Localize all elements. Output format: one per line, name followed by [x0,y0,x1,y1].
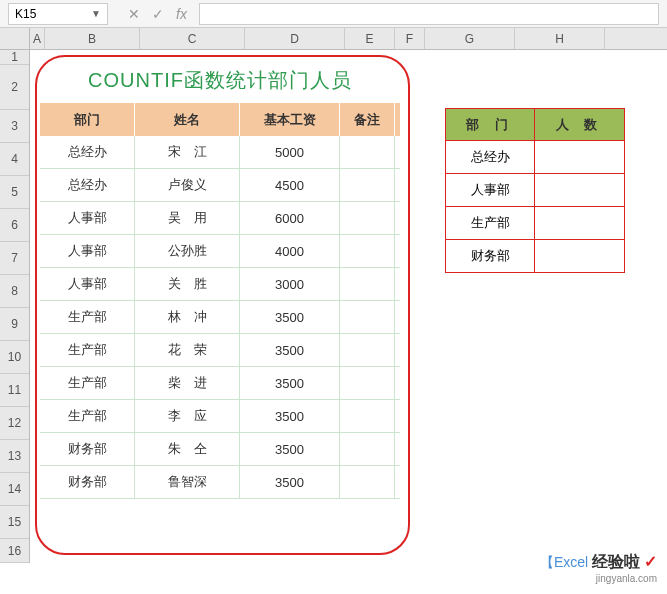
fx-icon[interactable]: fx [176,6,187,22]
cell-note[interactable] [340,136,395,168]
cell-name[interactable]: 林 冲 [135,301,240,333]
row-header-11[interactable]: 11 [0,374,29,407]
cell-dept[interactable]: 财务部 [40,466,135,498]
side-cell-count[interactable] [535,207,625,240]
side-cell-dept[interactable]: 人事部 [445,174,535,207]
cell-salary[interactable]: 3500 [240,400,340,432]
col-header-A[interactable]: A [30,28,45,49]
col-header-E[interactable]: E [345,28,395,49]
cell-note[interactable] [340,202,395,234]
col-header-B[interactable]: B [45,28,140,49]
table-row[interactable]: 财务部鲁智深3500 [40,466,400,499]
row-header-7[interactable]: 7 [0,242,29,275]
col-header-C[interactable]: C [140,28,245,49]
row-header-5[interactable]: 5 [0,176,29,209]
cell-name[interactable]: 鲁智深 [135,466,240,498]
cell-salary[interactable]: 4500 [240,169,340,201]
cell-salary[interactable]: 5000 [240,136,340,168]
cell-dept[interactable]: 人事部 [40,268,135,300]
row-header-12[interactable]: 12 [0,407,29,440]
cell-note[interactable] [340,334,395,366]
row-header-10[interactable]: 10 [0,341,29,374]
cell-note[interactable] [340,433,395,465]
col-header-H[interactable]: H [515,28,605,49]
table-row[interactable]: 总经办宋 江5000 [40,136,400,169]
row-header-13[interactable]: 13 [0,440,29,473]
cell-note[interactable] [340,235,395,267]
cell-dept[interactable]: 生产部 [40,400,135,432]
cell-dept[interactable]: 总经办 [40,136,135,168]
col-header-G[interactable]: G [425,28,515,49]
side-cell-count[interactable] [535,141,625,174]
cell-name[interactable]: 吴 用 [135,202,240,234]
cell-note[interactable] [340,169,395,201]
cell-name[interactable]: 李 应 [135,400,240,432]
row-header-2[interactable]: 2 [0,65,29,110]
table-row[interactable]: 生产部花 荣3500 [40,334,400,367]
cell-name[interactable]: 柴 进 [135,367,240,399]
cell-dept[interactable]: 生产部 [40,301,135,333]
cell-name[interactable]: 朱 仝 [135,433,240,465]
table-row[interactable]: 总经办卢俊义4500 [40,169,400,202]
cell-note[interactable] [340,367,395,399]
side-table-row[interactable]: 人事部 [445,174,625,207]
row-header-16[interactable]: 16 [0,539,29,563]
table-row[interactable]: 生产部李 应3500 [40,400,400,433]
cell-name[interactable]: 公孙胜 [135,235,240,267]
side-cell-count[interactable] [535,240,625,273]
cell-dept[interactable]: 生产部 [40,367,135,399]
cancel-icon[interactable]: ✕ [128,6,140,22]
table-row[interactable]: 人事部吴 用6000 [40,202,400,235]
cell-note[interactable] [340,301,395,333]
cell-salary[interactable]: 3000 [240,268,340,300]
cell-name[interactable]: 卢俊义 [135,169,240,201]
cell-dept[interactable]: 人事部 [40,202,135,234]
table-row[interactable]: 生产部林 冲3500 [40,301,400,334]
confirm-icon[interactable]: ✓ [152,6,164,22]
cell-note[interactable] [340,268,395,300]
cell-salary[interactable]: 3500 [240,466,340,498]
chevron-down-icon[interactable]: ▼ [91,8,101,19]
table-row[interactable]: 生产部柴 进3500 [40,367,400,400]
row-header-8[interactable]: 8 [0,275,29,308]
cell-name[interactable]: 关 胜 [135,268,240,300]
col-header-F[interactable]: F [395,28,425,49]
cell-dept[interactable]: 财务部 [40,433,135,465]
side-cell-count[interactable] [535,174,625,207]
cell-name[interactable]: 花 荣 [135,334,240,366]
select-all-corner[interactable] [0,28,30,49]
cell-salary[interactable]: 6000 [240,202,340,234]
row-header-14[interactable]: 14 [0,473,29,506]
cell-note[interactable] [340,400,395,432]
side-table-row[interactable]: 总经办 [445,141,625,174]
row-header-9[interactable]: 9 [0,308,29,341]
row-header-15[interactable]: 15 [0,506,29,539]
cell-name[interactable]: 宋 江 [135,136,240,168]
cell-dept[interactable]: 生产部 [40,334,135,366]
row-header-4[interactable]: 4 [0,143,29,176]
cell-salary[interactable]: 3500 [240,301,340,333]
cell-salary[interactable]: 3500 [240,367,340,399]
name-box[interactable]: K15 ▼ [8,3,108,25]
table-row[interactable]: 人事部关 胜3000 [40,268,400,301]
formula-input[interactable] [199,3,659,25]
side-cell-dept[interactable]: 生产部 [445,207,535,240]
cell-note[interactable] [340,466,395,498]
row-header-6[interactable]: 6 [0,209,29,242]
row-header-1[interactable]: 1 [0,50,29,65]
table-row[interactable]: 财务部朱 仝3500 [40,433,400,466]
side-table-row[interactable]: 生产部 [445,207,625,240]
side-table-row[interactable]: 财务部 [445,240,625,273]
cell-salary[interactable]: 3500 [240,433,340,465]
cell-dept[interactable]: 总经办 [40,169,135,201]
cell-salary[interactable]: 4000 [240,235,340,267]
col-header-D[interactable]: D [245,28,345,49]
side-cell-dept[interactable]: 财务部 [445,240,535,273]
side-cell-dept[interactable]: 总经办 [445,141,535,174]
cell-dept[interactable]: 人事部 [40,235,135,267]
cells-area[interactable]: COUNTIF函数统计部门人员 部门 姓名 基本工资 备注 总经办宋 江5000… [30,50,667,563]
watermark-excel: 【Excel [540,554,588,570]
cell-salary[interactable]: 3500 [240,334,340,366]
row-header-3[interactable]: 3 [0,110,29,143]
table-row[interactable]: 人事部公孙胜4000 [40,235,400,268]
